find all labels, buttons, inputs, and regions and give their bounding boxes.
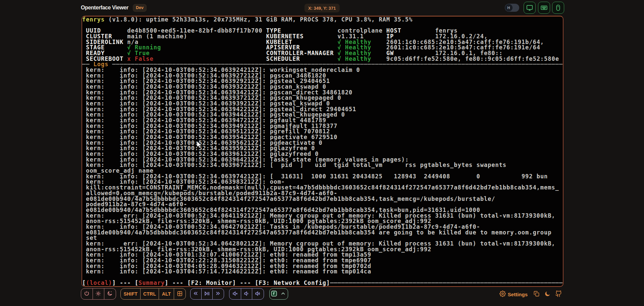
power-group [81,288,116,300]
display-button[interactable] [524,2,536,14]
shift-key-button[interactable]: SHIFT [121,289,140,299]
skip-forward-button[interactable] [212,289,223,299]
media-controls-group [190,288,224,300]
play-pause-button[interactable] [201,289,212,299]
volume-up-icon [255,291,261,298]
volume-mute-button[interactable] [229,289,241,299]
mouse-button[interactable] [552,2,564,14]
fn-key-icon [271,290,277,298]
volume-down-icon [244,291,250,298]
settings-label: Settings [508,292,528,297]
volume-controls-group [229,288,264,300]
function-keys-group [269,288,288,300]
skip-back-icon [193,291,199,297]
github-icon [555,290,562,298]
theme-toggle-button[interactable] [544,291,551,298]
volume-mute-icon [232,291,238,298]
clipboard-button[interactable] [533,291,540,298]
mouse-cursor-overlay [197,141,202,149]
moon-stars-icon [107,291,113,297]
mouse-icon [554,4,562,11]
title-group: Openterface Viewer Dev [81,0,147,15]
modifier-keys-group: SHIFT CTRL ALT [120,288,186,300]
skip-back-button[interactable] [191,289,202,299]
moon-icon [544,291,551,298]
power-button[interactable] [81,289,93,299]
settings-button[interactable]: Settings [499,291,528,298]
hid-mode-toggle[interactable]: H [505,4,519,12]
chevron-up-icon [280,291,286,297]
top-bar: Openterface Viewer Dev X: 349, Y: 371 H [0,0,644,15]
alt-key-button[interactable]: ALT [159,289,174,299]
dev-badge: Dev [133,4,147,12]
hardware-status-group: H [505,0,565,15]
collapse-toolbar-button[interactable] [279,289,288,299]
fn-key-button[interactable] [270,289,279,299]
ctrl-key-button[interactable]: CTRL [140,289,158,299]
play-pause-icon [204,291,210,298]
display-icon [526,4,533,11]
remote-screen[interactable]: fenrys (v1.8.0): uptime 52h33m13s, 20x73… [82,16,564,287]
bottom-toolbar: SHIFT CTRL ALT [0,288,644,301]
sun-icon [95,291,101,298]
skip-forward-icon [215,291,221,297]
volume-up-button[interactable] [252,289,263,299]
hid-toggle-knob: H [505,4,513,11]
volume-down-button[interactable] [241,289,252,299]
meta-key-button[interactable] [174,289,185,299]
brightness-button[interactable] [93,289,104,299]
power-icon [84,291,90,297]
windows-icon [177,291,183,298]
copy-icon [533,291,540,298]
terminal-output: fenrys (v1.8.0): uptime 52h33m13s, 20x73… [82,17,563,286]
github-button[interactable] [555,290,562,298]
settings-tools-group: Settings [499,288,562,301]
night-mode-button[interactable] [104,289,115,299]
gear-icon [499,291,506,298]
keyboard-icon [540,4,548,11]
mouse-coords-pill: X: 349, Y: 371 [305,4,340,12]
keyboard-button[interactable] [538,2,550,14]
app-title: Openterface Viewer [81,5,128,11]
